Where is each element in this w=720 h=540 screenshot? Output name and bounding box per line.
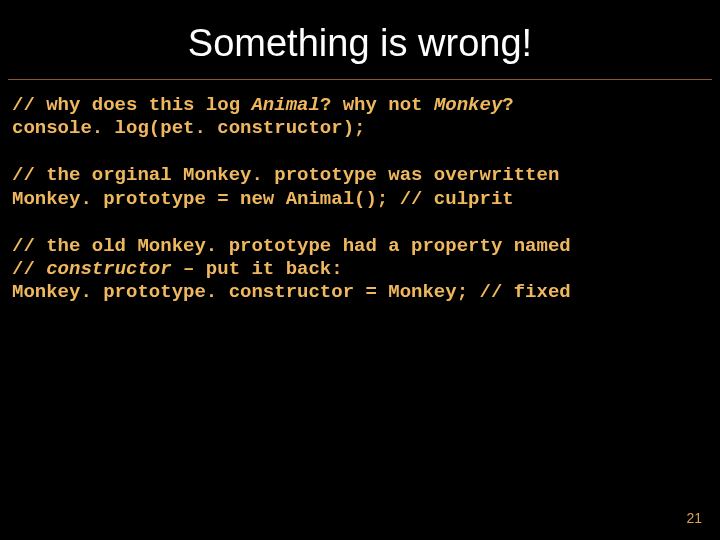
code-text: // (12, 258, 46, 280)
code-line: // the old Monkey. prototype had a prope… (12, 235, 571, 257)
code-text: ? why not (320, 94, 434, 116)
slide: Something is wrong! // why does this log… (0, 0, 720, 540)
code-area: // why does this log Animal? why not Mon… (0, 80, 720, 304)
slide-title: Something is wrong! (0, 0, 720, 79)
code-italic: Monkey (434, 94, 502, 116)
code-block-2: // the orginal Monkey. prototype was ove… (12, 164, 708, 210)
code-line: console. log(pet. constructor); (12, 117, 365, 139)
code-line: // the orginal Monkey. prototype was ove… (12, 164, 559, 186)
code-block-1: // why does this log Animal? why not Mon… (12, 94, 708, 140)
page-number: 21 (686, 510, 702, 526)
code-italic: Animal (251, 94, 319, 116)
code-text: – put it back: (172, 258, 343, 280)
code-line: // constructor – put it back: (12, 258, 343, 280)
code-italic: constructor (46, 258, 171, 280)
code-block-3: // the old Monkey. prototype had a prope… (12, 235, 708, 305)
code-text: // why does this log (12, 94, 251, 116)
code-line: Monkey. prototype = new Animal(); // cul… (12, 188, 514, 210)
code-line: Monkey. prototype. constructor = Monkey;… (12, 281, 571, 303)
code-line: // why does this log Animal? why not Mon… (12, 94, 514, 116)
code-text: ? (502, 94, 513, 116)
